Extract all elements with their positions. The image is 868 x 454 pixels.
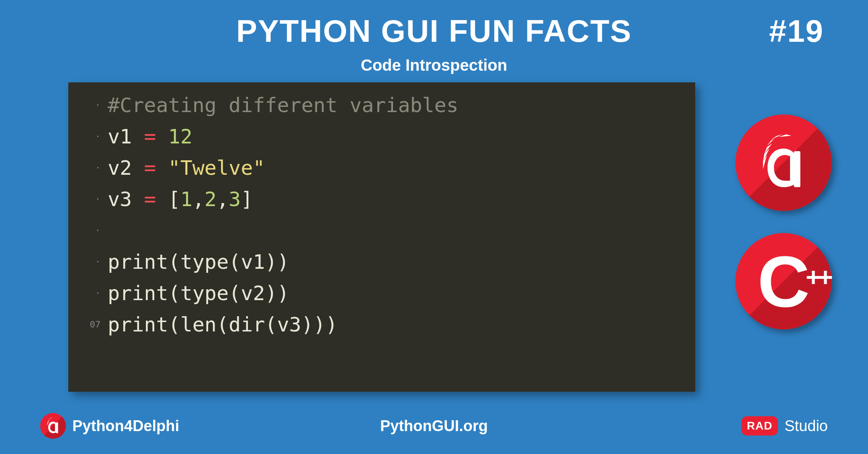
- code-line: 07print(len(dir(v3))): [68, 309, 695, 340]
- code-text: print(type(v1)): [108, 246, 289, 278]
- python4delphi-label: Python4Delphi: [72, 417, 179, 435]
- python4delphi-icon: [40, 413, 66, 439]
- footer: Python4Delphi PythonGUI.org RAD Studio: [0, 413, 868, 439]
- code-text: v1 = 12: [108, 121, 192, 152]
- studio-label: Studio: [784, 417, 828, 435]
- gutter: ·: [68, 121, 108, 152]
- code-text: #Creating different variables: [108, 90, 459, 121]
- gutter: ·: [68, 90, 108, 121]
- gutter: ·: [68, 278, 108, 309]
- page-title: PYTHON GUI FUN FACTS: [0, 13, 868, 49]
- svg-rect-1: [56, 422, 58, 433]
- cpp-c: C: [757, 241, 810, 322]
- cpp-logo-icon: C++: [735, 233, 832, 329]
- issue-number: #19: [769, 13, 824, 49]
- subtitle: Code Introspection: [0, 56, 868, 74]
- gutter: 07: [68, 309, 108, 340]
- footer-right: RAD Studio: [741, 416, 828, 436]
- code-line: ·print(type(v2)): [68, 278, 695, 309]
- code-line: ·v1 = 12: [68, 121, 695, 152]
- delphi-logo-icon: [735, 115, 832, 211]
- code-block: ·#Creating different variables·v1 = 12·v…: [68, 82, 695, 392]
- rad-badge: RAD: [741, 416, 778, 436]
- gutter: ·: [68, 184, 108, 215]
- gutter: ·: [68, 152, 108, 184]
- code-line: ·print(type(v1)): [68, 246, 695, 278]
- code-line: ·v3 = [1,2,3]: [68, 184, 695, 215]
- code-line: ·: [68, 215, 695, 246]
- svg-rect-0: [794, 151, 800, 187]
- code-text: v3 = [1,2,3]: [108, 184, 253, 215]
- footer-left: Python4Delphi: [40, 413, 179, 439]
- code-text: print(len(dir(v3))): [108, 309, 338, 340]
- cpp-pp: ++: [806, 262, 830, 292]
- gutter: ·: [68, 215, 108, 246]
- code-text: v2 = "Twelve": [108, 152, 265, 184]
- gutter: ·: [68, 246, 108, 278]
- code-text: print(type(v2)): [108, 278, 289, 309]
- code-line: ·#Creating different variables: [68, 90, 695, 121]
- code-line: ·v2 = "Twelve": [68, 152, 695, 184]
